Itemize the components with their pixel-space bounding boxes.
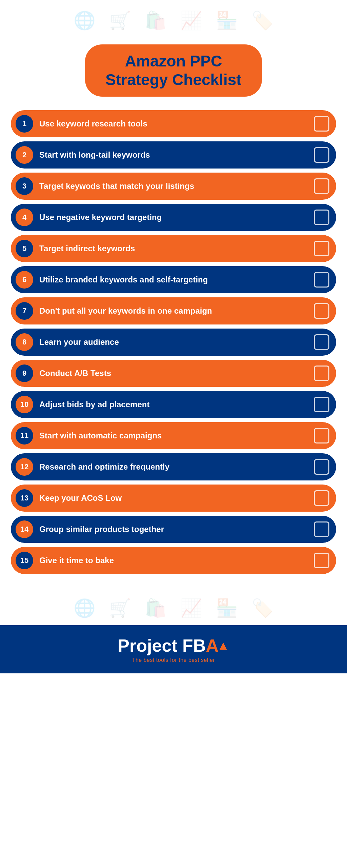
- logo-project-text: Project FB: [118, 635, 206, 656]
- item-text-1: Use keyword research tools: [39, 119, 314, 129]
- item-checkbox-14[interactable]: [314, 521, 329, 537]
- item-text-12: Research and optimize frequently: [39, 462, 314, 472]
- item-checkbox-8[interactable]: [314, 334, 329, 350]
- item-text-14: Group similar products together: [39, 525, 314, 534]
- header-icons: 🌐 🛒 🛍️ 📈 🏪 🏷️: [0, 0, 347, 38]
- item-number-1: 1: [16, 115, 33, 133]
- checklist-item-2[interactable]: 2Start with long-tail keywords: [11, 141, 336, 169]
- item-checkbox-5[interactable]: [314, 241, 329, 256]
- item-text-10: Adjust bids by ad placement: [39, 400, 314, 409]
- footer-store-icon: 🏪: [216, 598, 238, 618]
- logo-arrow-up: ▲: [217, 638, 229, 653]
- checklist-item-14[interactable]: 14Group similar products together: [11, 516, 336, 543]
- tag-icon: 🏷️: [251, 10, 273, 31]
- item-number-4: 4: [16, 209, 33, 226]
- item-number-12: 12: [16, 458, 33, 476]
- item-checkbox-9[interactable]: [314, 366, 329, 381]
- checklist-item-13[interactable]: 13Keep your ACoS Low: [11, 485, 336, 512]
- checklist-item-5[interactable]: 5Target indirect keywords: [11, 235, 336, 262]
- checklist-item-10[interactable]: 10Adjust bids by ad placement: [11, 391, 336, 418]
- checklist-item-4[interactable]: 4Use negative keyword targeting: [11, 204, 336, 231]
- item-checkbox-15[interactable]: [314, 553, 329, 568]
- checklist-item-8[interactable]: 8Learn your audience: [11, 329, 336, 356]
- item-number-10: 10: [16, 396, 33, 413]
- footer-logo: Project FB A ▲: [118, 635, 229, 656]
- footer-person-icon: 🛍️: [145, 598, 167, 618]
- footer-tagline: The best tools for the best seller: [132, 657, 215, 663]
- item-checkbox-3[interactable]: [314, 178, 329, 194]
- item-text-7: Don't put all your keywords in one campa…: [39, 306, 314, 316]
- store-icon: 🏪: [216, 10, 238, 31]
- item-number-13: 13: [16, 489, 33, 507]
- item-text-4: Use negative keyword targeting: [39, 213, 314, 222]
- item-text-5: Target indirect keywords: [39, 244, 314, 253]
- checklist-item-15[interactable]: 15Give it time to bake: [11, 547, 336, 574]
- item-checkbox-13[interactable]: [314, 490, 329, 506]
- item-text-6: Utilize branded keywords and self-target…: [39, 275, 314, 284]
- chart-icon: 📈: [180, 10, 202, 31]
- footer-globe-icon: 🌐: [74, 598, 96, 618]
- item-checkbox-2[interactable]: [314, 147, 329, 163]
- item-number-3: 3: [16, 177, 33, 195]
- item-number-5: 5: [16, 240, 33, 257]
- item-number-9: 9: [16, 364, 33, 382]
- item-text-9: Conduct A/B Tests: [39, 369, 314, 378]
- item-number-14: 14: [16, 520, 33, 538]
- item-number-6: 6: [16, 271, 33, 289]
- item-number-15: 15: [16, 552, 33, 569]
- item-checkbox-11[interactable]: [314, 428, 329, 443]
- checklist-item-12[interactable]: 12Research and optimize frequently: [11, 453, 336, 480]
- item-text-3: Target keywods that match your listings: [39, 181, 314, 191]
- checklist-item-11[interactable]: 11Start with automatic campaigns: [11, 422, 336, 449]
- page-title: Amazon PPC Strategy Checklist: [105, 52, 241, 89]
- item-number-8: 8: [16, 333, 33, 351]
- item-checkbox-12[interactable]: [314, 459, 329, 475]
- checklist-item-9[interactable]: 9Conduct A/B Tests: [11, 360, 336, 387]
- footer-icons: 🌐 🛒 🛍️ 📈 🏪 🏷️: [0, 591, 347, 625]
- globe-icon: 🌐: [74, 10, 96, 31]
- title-container: Amazon PPC Strategy Checklist: [85, 44, 262, 97]
- footer-chart-icon: 📈: [180, 598, 202, 618]
- item-checkbox-6[interactable]: [314, 272, 329, 288]
- item-checkbox-7[interactable]: [314, 303, 329, 319]
- footer-bar: Project FB A ▲ The best tools for the be…: [0, 625, 347, 673]
- item-text-11: Start with automatic campaigns: [39, 431, 314, 440]
- item-checkbox-10[interactable]: [314, 397, 329, 412]
- person-icon: 🛍️: [145, 10, 167, 31]
- checklist-item-6[interactable]: 6Utilize branded keywords and self-targe…: [11, 266, 336, 293]
- footer-cart-icon: 🛒: [109, 598, 131, 618]
- item-text-15: Give it time to bake: [39, 556, 314, 565]
- checklist-item-1[interactable]: 1Use keyword research tools: [11, 110, 336, 137]
- checklist-item-7[interactable]: 7Don't put all your keywords in one camp…: [11, 297, 336, 324]
- item-checkbox-1[interactable]: [314, 116, 329, 132]
- item-text-2: Start with long-tail keywords: [39, 150, 314, 160]
- checklist: 1Use keyword research tools2Start with l…: [11, 110, 336, 588]
- footer-tag-icon: 🏷️: [251, 598, 273, 618]
- item-text-13: Keep your ACoS Low: [39, 493, 314, 503]
- item-text-8: Learn your audience: [39, 337, 314, 347]
- item-checkbox-4[interactable]: [314, 210, 329, 225]
- logo-a-arrow: A: [206, 635, 219, 656]
- item-number-2: 2: [16, 146, 33, 164]
- cart-icon: 🛒: [109, 10, 131, 31]
- item-number-7: 7: [16, 302, 33, 320]
- checklist-item-3[interactable]: 3Target keywods that match your listings: [11, 173, 336, 200]
- item-number-11: 11: [16, 427, 33, 445]
